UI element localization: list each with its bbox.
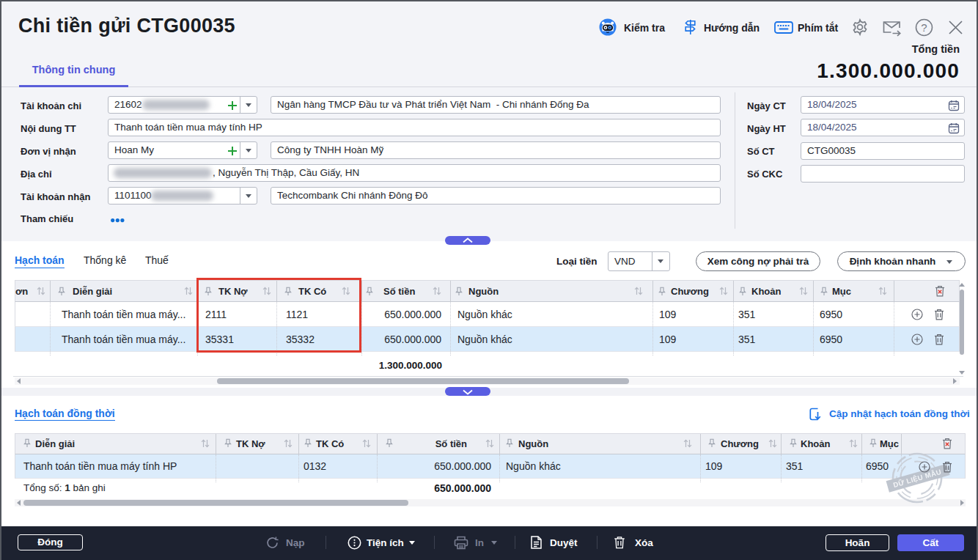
svg-text:?: ? bbox=[921, 21, 927, 34]
